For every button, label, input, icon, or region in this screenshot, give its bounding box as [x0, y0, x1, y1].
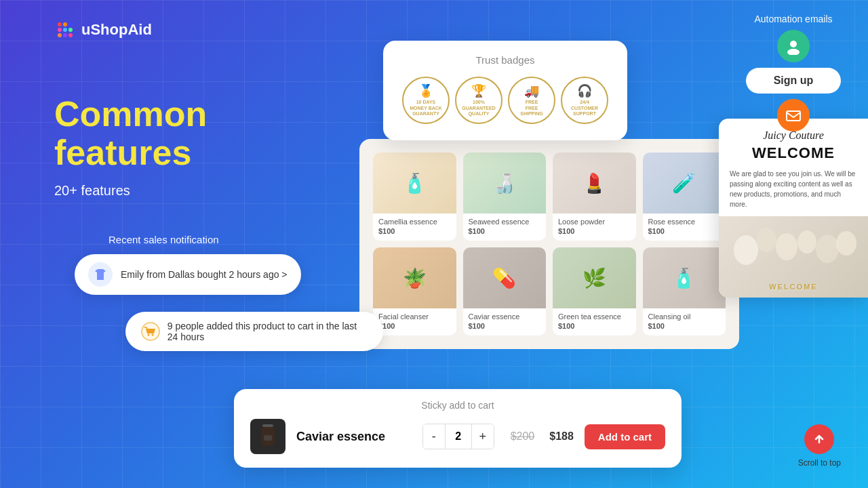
product-name-4: Rose essence	[648, 218, 721, 226]
product-price-5: $100	[378, 322, 451, 330]
product-item-1[interactable]: 🧴 Camellia essence $100	[373, 152, 456, 241]
product-name-7: Green tea essence	[558, 312, 631, 321]
qty-input[interactable]	[445, 424, 472, 449]
product-price-6: $100	[469, 322, 541, 330]
jc-image: WELCOME	[719, 216, 868, 298]
svg-point-19	[816, 235, 839, 263]
sticky-cart: Sticky add to cart Caviar essence - + $2…	[234, 389, 682, 468]
product-price-4: $100	[648, 227, 721, 235]
product-img-1: 🧴	[373, 152, 456, 214]
trust-badge-2: 🏆 100%GUARANTEEDQUALITY	[455, 77, 502, 124]
svg-point-8	[68, 33, 73, 37]
trust-badges-card: Trust badges 🏅 10 DAYSMONEY BACKGUARANTY…	[383, 41, 627, 140]
trust-badges-title: Trust badges	[399, 54, 611, 66]
trust-badge-1: 🏅 10 DAYSMONEY BACKGUARANTY	[402, 77, 450, 124]
email-icon-circle[interactable]	[777, 99, 810, 131]
sticky-product-name: Caviar essence	[296, 430, 412, 444]
sticky-product-img	[250, 419, 285, 454]
svg-point-17	[776, 233, 797, 260]
top-right: Automation emails Sign up	[746, 14, 841, 131]
trust-badge-text-4: 24/4CUSTOMERSUPPORT	[571, 100, 598, 117]
jc-welcome: WELCOME	[730, 144, 857, 162]
product-img-5: 🪴	[373, 247, 456, 308]
product-item-4[interactable]: 🧪 Rose essence $100	[643, 152, 726, 241]
svg-rect-11	[787, 111, 800, 121]
svg-point-4	[63, 28, 67, 32]
svg-point-1	[63, 22, 67, 26]
product-price-7: $100	[558, 322, 631, 330]
qty-minus-button[interactable]: -	[423, 424, 445, 449]
trust-badge-text-3: FREEFREESHIPPING	[520, 100, 542, 117]
product-item-6[interactable]: 💊 Caviar essence $100	[463, 247, 547, 336]
price-original: $200	[511, 430, 535, 443]
svg-point-5	[68, 28, 73, 32]
product-img-8: 🧴	[643, 247, 726, 308]
user-avatar[interactable]	[777, 30, 810, 62]
product-name-5: Facial cleanser	[378, 312, 451, 321]
logo-icon	[54, 19, 76, 41]
sales-notification[interactable]: Emily from Dallas bought 2 hours ago >	[75, 254, 301, 295]
product-name-2: Seaweed essence	[469, 218, 541, 226]
product-item-3[interactable]: 💄 Loose powder $100	[553, 152, 636, 241]
svg-rect-21	[262, 424, 273, 427]
svg-point-20	[836, 231, 856, 256]
svg-point-2	[68, 22, 73, 26]
hero-section: Common features 20+ features	[54, 95, 353, 199]
trust-badge-icon-4: 🎧	[577, 83, 592, 98]
price-sale: $188	[549, 430, 574, 443]
product-price-3: $100	[558, 227, 631, 235]
svg-point-15	[734, 235, 758, 265]
sticky-cart-title: Sticky add to cart	[250, 400, 665, 411]
product-img-6: 💊	[463, 247, 547, 308]
scroll-top: Scroll to top	[798, 424, 841, 468]
logo-area: uShopAid	[54, 19, 152, 41]
svg-point-16	[756, 228, 776, 252]
product-item-5[interactable]: 🪴 Facial cleanser $100	[373, 247, 456, 336]
trust-badge-icon-3: 🚚	[524, 83, 539, 98]
product-img-3: 💄	[553, 152, 636, 214]
jc-body-text: We are glad to see you join us. We will …	[719, 169, 868, 216]
product-name-3: Loose powder	[558, 218, 631, 226]
qty-plus-button[interactable]: +	[472, 424, 494, 449]
scroll-top-button[interactable]	[804, 424, 834, 454]
product-img-2: 🍶	[463, 152, 547, 214]
product-name-1: Camellia essence	[378, 218, 451, 226]
automation-label: Automation emails	[754, 14, 832, 24]
sales-notification-text: Emily from Dallas bought 2 hours ago >	[121, 269, 288, 280]
trust-badge-text-2: 100%GUARANTEEDQUALITY	[462, 100, 495, 117]
trust-badge-3: 🚚 FREEFREESHIPPING	[508, 77, 555, 124]
product-item-2[interactable]: 🍶 Seaweed essence $100	[463, 152, 547, 241]
product-img-4: 🧪	[643, 152, 726, 214]
logo-text: uShopAid	[81, 21, 152, 39]
product-item-8[interactable]: 🧴 Cleansing oil $100	[643, 247, 726, 336]
product-name-8: Cleansing oil	[648, 312, 721, 321]
svg-point-13	[147, 334, 149, 336]
cart-notification[interactable]: 9 people added this product to cart in t…	[125, 312, 383, 351]
sticky-cart-row: Caviar essence - + $200 $188 Add to cart	[250, 419, 665, 454]
svg-point-0	[58, 22, 62, 26]
svg-point-6	[58, 33, 62, 37]
product-price-8: $100	[648, 322, 721, 330]
sign-up-button[interactable]: Sign up	[746, 68, 841, 94]
trust-badge-icon-2: 🏆	[471, 83, 486, 98]
product-price-2: $100	[469, 227, 541, 235]
hero-title: Common features	[54, 95, 353, 172]
cart-icon-circle	[140, 320, 161, 343]
product-img-7: 🌿	[553, 247, 636, 308]
hero-subtitle: 20+ features	[54, 183, 353, 199]
qty-control[interactable]: - +	[422, 424, 494, 449]
add-to-cart-button[interactable]: Add to cart	[585, 424, 665, 449]
recent-sales-label: Recent sales notification	[108, 234, 219, 245]
svg-point-7	[63, 33, 67, 37]
trust-badge-text-1: 10 DAYSMONEY BACKGUARANTY	[410, 100, 442, 117]
product-name-6: Caviar essence	[469, 312, 541, 321]
product-item-7[interactable]: 🌿 Green tea essence $100	[553, 247, 636, 336]
trust-badges-row: 🏅 10 DAYSMONEY BACKGUARANTY 🏆 100%GUARAN…	[399, 77, 611, 124]
trust-badge-icon-1: 🏅	[418, 83, 433, 98]
shirt-icon-circle	[88, 262, 113, 287]
svg-point-3	[58, 28, 62, 32]
svg-point-9	[790, 41, 797, 47]
svg-point-18	[797, 230, 816, 253]
scroll-top-label: Scroll to top	[798, 458, 841, 468]
trust-badge-4: 🎧 24/4CUSTOMERSUPPORT	[561, 77, 608, 124]
